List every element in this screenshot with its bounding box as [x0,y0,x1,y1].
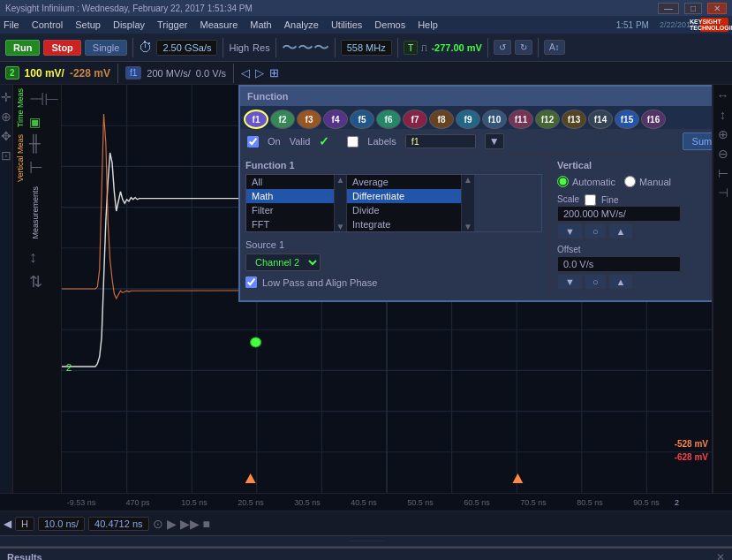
rc-icon1[interactable]: ↔ [717,88,729,102]
tab-f12[interactable]: f12 [535,110,560,129]
h-offset[interactable]: 40.4712 ns [88,517,148,531]
labels-dropdown[interactable]: ▼ [485,133,504,149]
rc-icon2[interactable]: ↕ [720,108,726,122]
menu-measure[interactable]: Measure [200,19,238,30]
maximize-btn[interactable]: □ [684,3,702,14]
tab-f16[interactable]: f16 [641,110,666,129]
tab-f7[interactable]: f7 [403,110,427,129]
scale-knob-btn[interactable]: ○ [585,223,607,239]
offset-knob-btn[interactable]: ○ [585,274,607,290]
select-icon[interactable]: ⊡ [1,148,11,163]
tab-f10[interactable]: f10 [482,110,507,129]
ch2-indicator[interactable]: ▣ [29,115,59,129]
source1-dropdown[interactable]: Channel 2 Channel 1 Channel 3 Channel 4 [245,254,321,271]
fine-checkbox[interactable] [585,194,596,206]
offset-down-btn[interactable]: ▼ [557,274,583,290]
autoscale-button[interactable]: A↕ [544,40,565,55]
tab-f9[interactable]: f9 [456,110,480,129]
fn-average[interactable]: Average [347,175,461,189]
run-button[interactable]: Run [5,40,40,56]
scale-down-btn[interactable]: ▼ [557,223,583,239]
right-arrow[interactable]: ▷ [255,66,264,79]
zoom-icon[interactable]: ⊕ [1,110,11,124]
rc-icon5[interactable]: ⊢ [718,166,728,180]
drag-handle[interactable]: ⋯⋯⋯⋯⋯ [0,535,732,547]
fn-scrollbar[interactable]: ▲ ▼ [462,175,474,231]
meas-icon-1[interactable]: ⊣⊢ [29,88,59,110]
pan-icon[interactable]: ✥ [1,129,11,143]
meas-icon-5[interactable]: ⇅ [29,272,59,291]
menu-demos[interactable]: Demos [374,19,405,30]
cat-scroll-dn[interactable]: ▼ [336,222,345,231]
tab-f3[interactable]: f3 [297,110,321,129]
fn-scroll-dn[interactable]: ▼ [464,222,472,231]
redo-button[interactable]: ↻ [515,40,532,55]
func-badge[interactable]: f1 [125,66,141,79]
menu-setup[interactable]: Setup [75,19,101,30]
scale-field[interactable] [557,206,681,222]
cat-filter[interactable]: Filter [246,203,334,217]
tab-f15[interactable]: f15 [615,110,639,129]
labels-field[interactable] [405,134,476,148]
ref-icon[interactable]: ⊙ [153,517,163,531]
menu-math[interactable]: Math [250,19,271,30]
summary-button[interactable]: Summary... [683,132,713,150]
auto-radio-label[interactable]: Automatic [557,176,615,187]
stop-button[interactable]: Stop [43,40,80,56]
fn-scroll-up[interactable]: ▲ [464,175,472,185]
tab-f2[interactable]: f2 [270,110,295,129]
nav-left-btn[interactable]: ◀ [4,518,11,530]
tab-f4[interactable]: f4 [323,110,348,129]
tab-f14[interactable]: f14 [588,110,613,129]
menu-analyze[interactable]: Analyze [284,19,319,30]
menu-control[interactable]: Control [32,19,63,30]
cat-scrollbar[interactable]: ▲ ▼ [335,175,347,231]
offset-up-btn[interactable]: ▲ [608,274,634,290]
tab-f13[interactable]: f13 [562,110,586,129]
tab-f5[interactable]: f5 [350,110,374,129]
cat-math[interactable]: Math [246,189,334,203]
add-icon[interactable]: ⊞ [269,66,279,79]
manual-radio-label[interactable]: Manual [624,176,671,187]
undo-button[interactable]: ↺ [494,40,511,55]
tab-f8[interactable]: f8 [429,110,454,129]
cat-scroll-up[interactable]: ▲ [336,175,345,185]
manual-radio[interactable] [624,176,636,187]
menu-display[interactable]: Display [113,19,145,30]
lowpass-checkbox[interactable] [245,276,257,288]
minimize-btn[interactable]: — [658,3,679,14]
menu-utilities[interactable]: Utilities [331,19,362,30]
meas-icon-4[interactable]: ↕ [29,248,59,267]
meas-icon-3[interactable]: ⊢ [29,158,59,178]
fn-integrate[interactable]: Integrate [347,217,461,231]
left-arrow[interactable]: ◁ [241,66,250,79]
menu-help[interactable]: Help [418,19,438,30]
fn-differentiate[interactable]: Differentiate [347,189,461,203]
main-toolbar: Run Stop Single ⏱ 2.50 GSa/s High Res 〜〜… [0,34,732,62]
rc-icon6[interactable]: ⊣ [718,185,728,200]
tab-f1[interactable]: f1 [244,110,268,129]
on-checkbox[interactable] [247,136,259,148]
stop-icon[interactable]: ■ [203,517,210,531]
menu-file[interactable]: File [4,19,19,30]
cat-all[interactable]: All [246,175,334,189]
auto-radio[interactable] [557,176,569,187]
meas-icon-2[interactable]: ╫ [29,134,59,153]
offset-field[interactable] [557,256,681,272]
rc-icon4[interactable]: ⊖ [718,147,728,161]
close-btn[interactable]: ✕ [707,3,727,14]
rc-icon3[interactable]: ⊕ [718,127,728,141]
labels-checkbox[interactable] [347,136,358,148]
cursor-icon[interactable]: ✛ [1,90,11,104]
h-scale[interactable]: 10.0 ns/ [38,517,85,531]
menu-trigger[interactable]: Trigger [157,19,187,30]
results-close[interactable]: ✕ [716,551,725,561]
cat-fft[interactable]: FFT [246,217,334,231]
single-button[interactable]: Single [85,40,128,56]
play-icon[interactable]: ▶▶ [180,517,200,531]
fwd-icon[interactable]: ▶ [167,517,177,531]
fn-divide[interactable]: Divide [347,203,461,217]
scale-up-btn[interactable]: ▲ [608,223,634,239]
tab-f11[interactable]: f11 [509,110,533,129]
tab-f6[interactable]: f6 [376,110,401,129]
